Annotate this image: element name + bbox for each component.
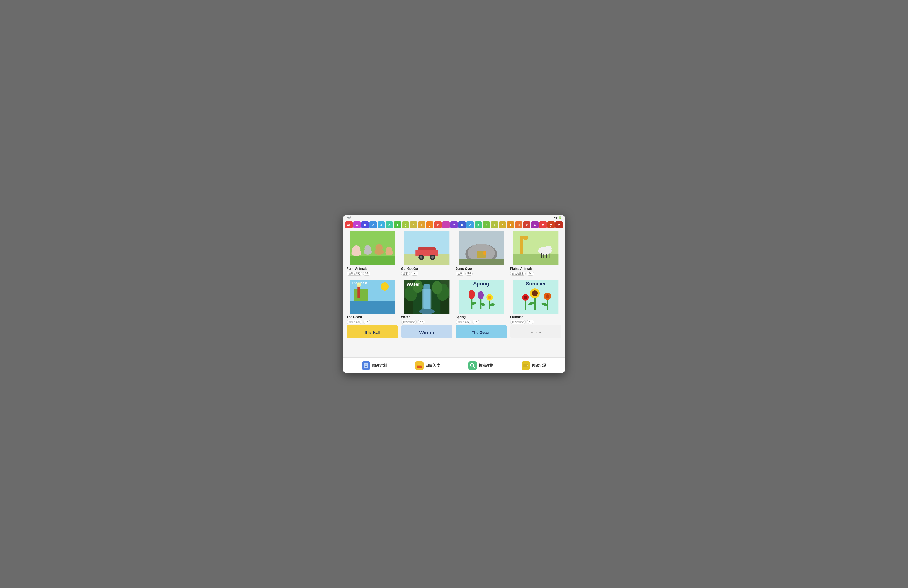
book-tag: 故事 <box>456 272 464 275</box>
svg-point-58 <box>478 291 484 299</box>
book-tags-spring: 自然与探索3-6 <box>456 320 507 324</box>
book-tag: 3-6 <box>411 272 418 275</box>
bottom-nav-reading-record[interactable]: 阅读记录 <box>522 361 546 370</box>
alpha-btn-s[interactable]: s <box>499 221 506 228</box>
book-cover-go-go-go <box>401 232 452 266</box>
svg-point-56 <box>468 290 475 299</box>
book-tag: 自然与探索 <box>401 320 417 324</box>
book-card-spring[interactable]: Spring Spring自然与探索3-6 <box>456 280 507 324</box>
book-tag: 3-6 <box>465 272 473 275</box>
alpha-btn-h[interactable]: h <box>410 221 417 228</box>
alpha-btn-j[interactable]: j <box>426 221 434 228</box>
bottom-nav-free-reading[interactable]: 自由阅读 <box>415 361 440 370</box>
bottom-icon-reading-record <box>522 361 530 370</box>
book-tag: 3-6 <box>472 320 480 324</box>
bottom-icon-reading-plan <box>362 361 370 370</box>
alpha-btn-r[interactable]: r <box>491 221 498 228</box>
book-grid: Farm Animals自然与探索3-6 Go, Go, Go故事3-6 Jum… <box>346 232 562 324</box>
alpha-btn-m[interactable]: m <box>450 221 458 228</box>
book-cover-the-coast: The Coast <box>346 280 398 314</box>
svg-rect-89 <box>364 366 367 366</box>
book-card-farm-animals[interactable]: Farm Animals自然与探索3-6 <box>346 232 398 275</box>
svg-rect-93 <box>417 363 421 365</box>
home-indicator <box>445 372 463 372</box>
bottom-nav: 阅读计划 自由阅读 搜索读物 阅读记录 <box>343 358 565 373</box>
svg-rect-46 <box>422 289 431 309</box>
alpha-btn-p[interactable]: p <box>475 221 482 228</box>
bottom-label-free-reading: 自由阅读 <box>425 363 440 368</box>
book-card-the-coast[interactable]: The Coast The Coast自然与探索3-6 <box>346 280 398 324</box>
alpha-btn-q[interactable]: q <box>483 221 490 228</box>
alpha-btn-e[interactable]: e <box>386 221 393 228</box>
partial-book-the-ocean[interactable]: The Ocean <box>456 325 507 338</box>
book-tags-plains-animals: 自然与探索3-6 <box>510 272 562 275</box>
alphabet-nav: aaabcdefghijklmnopqrstuvwxyz <box>343 220 565 230</box>
book-tag: 自然与探索 <box>346 272 362 275</box>
alpha-btn-z[interactable]: z <box>555 221 563 228</box>
bottom-label-search-reading: 搜索读物 <box>479 363 493 368</box>
svg-point-23 <box>483 251 486 255</box>
svg-line-95 <box>473 366 475 368</box>
alpha-btn-l[interactable]: l <box>442 221 450 228</box>
alpha-btn-t[interactable]: t <box>507 221 514 228</box>
svg-rect-39 <box>357 285 360 298</box>
bottom-nav-reading-plan[interactable]: 阅读计划 <box>362 361 387 370</box>
book-title-water: Water <box>401 315 452 319</box>
book-cover-farm-animals <box>346 232 398 266</box>
alpha-btn-y[interactable]: y <box>547 221 555 228</box>
alpha-btn-x[interactable]: x <box>539 221 547 228</box>
book-tag: 3-6 <box>363 320 370 324</box>
bottom-nav-search-reading[interactable]: 搜索读物 <box>468 361 493 370</box>
notification-icon: 💬 <box>348 216 351 219</box>
alpha-btn-d[interactable]: d <box>378 221 385 228</box>
alpha-btn-u[interactable]: u <box>515 221 522 228</box>
svg-text:The Coast: The Coast <box>352 281 367 285</box>
alpha-btn-k[interactable]: k <box>434 221 441 228</box>
partial-book-it-is-fall[interactable]: It Is Fall <box>346 325 398 338</box>
svg-point-75 <box>524 296 527 299</box>
alpha-btn-g[interactable]: g <box>402 221 409 228</box>
book-tag: 3-6 <box>527 272 534 275</box>
book-card-plains-animals[interactable]: Plains Animals自然与探索3-6 <box>510 232 562 275</box>
book-cover-jump-over <box>456 232 507 266</box>
book-tags-summer: 自然与探索3-6 <box>510 320 562 324</box>
svg-rect-13 <box>415 250 438 256</box>
alpha-btn-n[interactable]: n <box>458 221 466 228</box>
alpha-btn-i[interactable]: i <box>418 221 425 228</box>
svg-point-16 <box>420 256 422 259</box>
alpha-btn-f[interactable]: f <box>394 221 401 228</box>
book-tags-jump-over: 故事3-6 <box>456 272 507 275</box>
alpha-btn-v[interactable]: v <box>523 221 531 228</box>
book-tags-water: 自然与探索3-6 <box>401 320 452 324</box>
main-content[interactable]: Farm Animals自然与探索3-6 Go, Go, Go故事3-6 Jum… <box>343 230 565 361</box>
book-card-water[interactable]: Water Water自然与探索3-6 <box>401 280 452 324</box>
book-cover-summer: Summer <box>510 280 562 314</box>
partial-book-cursive[interactable]: ~ ~ ~ <box>510 325 562 338</box>
alpha-btn-b[interactable]: b <box>361 221 369 228</box>
svg-point-51 <box>432 281 442 295</box>
svg-point-72 <box>546 295 549 298</box>
svg-point-7 <box>374 249 383 255</box>
alpha-btn-aa[interactable]: aa <box>345 221 353 228</box>
book-tag: 自然与探索 <box>510 272 526 275</box>
svg-rect-38 <box>354 289 368 301</box>
svg-rect-92 <box>417 365 421 366</box>
alpha-btn-o[interactable]: o <box>467 221 474 228</box>
alpha-btn-w[interactable]: w <box>531 221 539 228</box>
alpha-btn-a[interactable]: a <box>353 221 361 228</box>
bottom-icon-search-reading <box>468 361 477 370</box>
status-right: ▾◆ 🔋 <box>554 216 562 219</box>
partial-book-winter[interactable]: Winter <box>401 325 452 338</box>
book-title-farm-animals: Farm Animals <box>346 267 398 271</box>
book-card-jump-over[interactable]: Jump Over故事3-6 <box>456 232 507 275</box>
alpha-btn-c[interactable]: c <box>369 221 377 228</box>
svg-point-61 <box>488 296 491 299</box>
book-card-go-go-go[interactable]: Go, Go, Go故事3-6 <box>401 232 452 275</box>
battery-icon: 🔋 <box>559 216 562 219</box>
svg-rect-1 <box>349 256 395 266</box>
book-card-summer[interactable]: Summer Summer自然与探索3-6 <box>510 280 562 324</box>
book-tags-the-coast: 自然与探索3-6 <box>346 320 398 324</box>
svg-rect-73 <box>525 299 526 310</box>
svg-point-37 <box>381 282 389 291</box>
book-cover-spring: Spring <box>456 280 507 314</box>
